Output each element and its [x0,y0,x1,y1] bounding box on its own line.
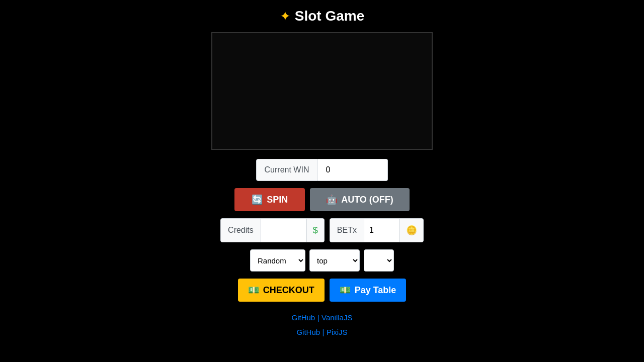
extra-select[interactable] [364,249,394,272]
auto-label: AUTO (OFF) [341,195,393,205]
current-win-label: Current WIN [256,159,318,181]
credits-betx-row: Credits $ BETx 🪙 [220,218,424,242]
footer-row-1: GitHub | VanillaJS [292,311,353,325]
checkout-label: CHECKOUT [263,285,314,296]
betx-input[interactable] [364,219,399,242]
checkout-icon: 💵 [248,285,259,296]
auto-button[interactable]: 🤖 AUTO (OFF) [310,188,410,211]
spin-label: SPIN [267,195,288,205]
footer-sep-2: | [323,328,325,336]
credits-dollar-button[interactable]: $ [306,219,324,242]
credits-group: Credits $ [220,218,325,242]
footer-sep-1: | [317,313,319,322]
position-select[interactable]: top [309,249,360,272]
github-pixijs-link-github[interactable]: GitHub [296,328,320,336]
github-vanillajs-link-vanillajs[interactable]: VanillaJS [321,313,352,322]
footer: GitHub | VanillaJS GitHub | PixiJS [292,311,353,340]
spin-icon: 🔄 [252,194,263,205]
game-canvas [211,32,433,150]
betx-coin-button[interactable]: 🪙 [399,219,423,242]
paytable-label: Pay Table [355,285,396,296]
github-pixijs-link-pixijs[interactable]: PixiJS [327,328,348,336]
spin-button[interactable]: 🔄 SPIN [234,188,305,211]
action-row: 💵 CHECKOUT 💵 Pay Table [238,279,407,302]
credits-input[interactable] [261,219,306,242]
current-win-row: Current WIN 0 [256,159,388,181]
betx-group: BETx 🪙 [330,218,424,242]
dropdowns-row: Random top [250,249,394,272]
checkout-button[interactable]: 💵 CHECKOUT [238,279,325,302]
page-header: ✦ Slot Game [280,8,364,24]
footer-row-2: GitHub | PixiJS [292,325,353,340]
dollar-icon: $ [313,225,318,236]
lines-select[interactable]: Random [250,249,305,272]
coin-icon: 🪙 [406,225,417,236]
paytable-icon: 💵 [340,285,351,296]
auto-icon: 🤖 [326,194,337,205]
credits-label: Credits [221,219,261,242]
spin-row: 🔄 SPIN 🤖 AUTO (OFF) [234,188,410,211]
current-win-value: 0 [317,159,388,181]
betx-label: BETx [330,219,364,242]
bird-icon: ✦ [280,9,291,24]
paytable-button[interactable]: 💵 Pay Table [330,279,407,302]
page-title: Slot Game [295,8,364,24]
github-vanillajs-link-github[interactable]: GitHub [292,313,315,322]
